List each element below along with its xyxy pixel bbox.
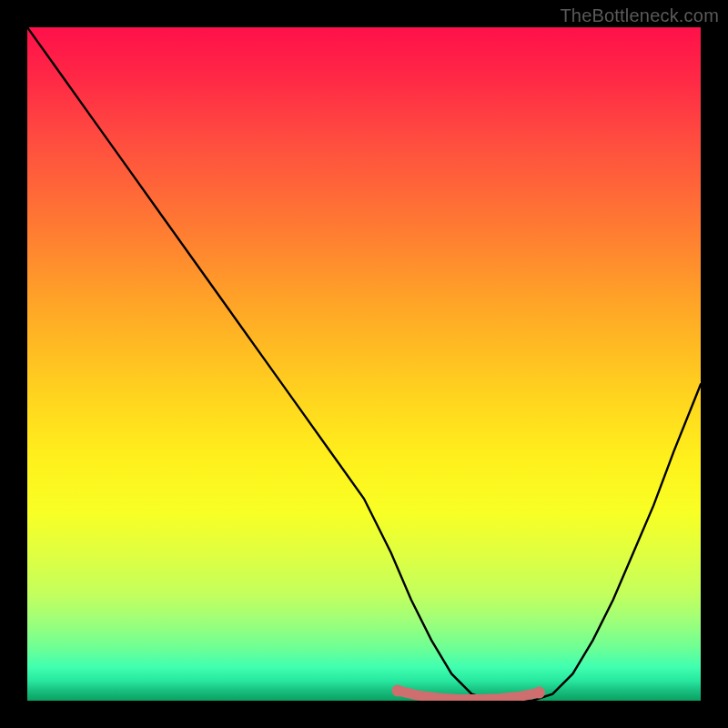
curve-svg: [27, 27, 701, 701]
watermark-text: TheBottleneck.com: [560, 5, 719, 26]
marker-dot-end: [533, 687, 545, 699]
marker-dot-start: [392, 684, 404, 696]
plot-area: [27, 27, 701, 701]
chart-container: TheBottleneck.com: [0, 0, 728, 728]
curve-line: [27, 27, 701, 701]
